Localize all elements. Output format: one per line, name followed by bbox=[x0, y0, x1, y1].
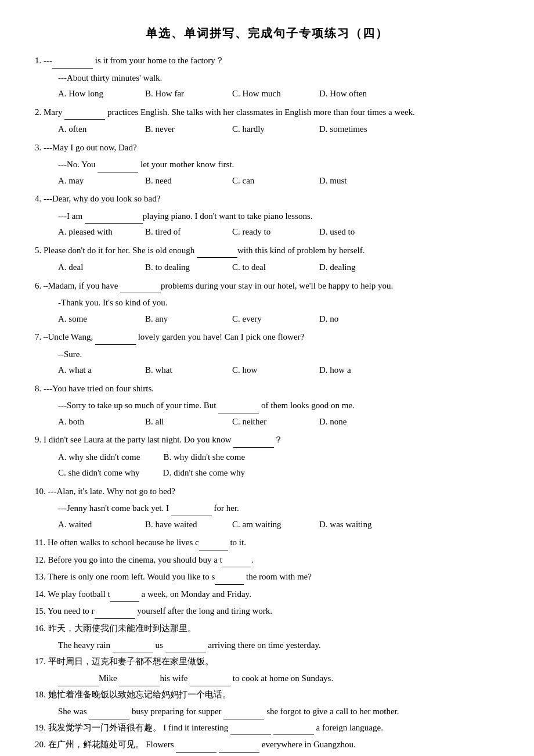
question-12: 12. Before you go into the cinema, you s… bbox=[35, 553, 499, 568]
blank-1 bbox=[52, 59, 93, 69]
question-6: 6. –Madam, if you have problems during y… bbox=[35, 279, 499, 294]
q1-optC: C. How much bbox=[232, 87, 302, 102]
q16-sub: The heavy rain us arriving there on time… bbox=[58, 638, 499, 653]
question-4: 4. ---Dear, why do you look so bad? bbox=[35, 192, 499, 207]
q9-optB: B. why didn't she come bbox=[163, 450, 245, 465]
question-7: 7. –Uncle Wang, lovely garden you have! … bbox=[35, 330, 499, 345]
blank-12 bbox=[222, 558, 251, 567]
blank-15 bbox=[95, 610, 135, 619]
q1-optA: A. How long bbox=[58, 87, 128, 102]
blank-4 bbox=[85, 214, 143, 224]
q8-optA: A. both bbox=[58, 415, 128, 430]
q6-options: A. some B. any C. every D. no bbox=[58, 312, 499, 327]
blank-20b bbox=[219, 743, 259, 753]
q6-sub: -Thank you. It's so kind of you. bbox=[58, 296, 499, 311]
blank-13 bbox=[215, 575, 244, 585]
q2-optC: C. hardly bbox=[232, 122, 302, 137]
q8-optB: B. all bbox=[145, 415, 215, 430]
blank-18a bbox=[89, 710, 129, 719]
q3-options: A. may B. need C. can D. must bbox=[58, 174, 499, 189]
q17-sub: Mike his wife to cook at home on Sundays… bbox=[58, 671, 499, 686]
question-13: 13. There is only one room left. Would y… bbox=[35, 570, 499, 585]
question-1: 1. --- is it from your home to the facto… bbox=[35, 53, 499, 69]
blank-6 bbox=[120, 284, 161, 293]
q9-optD: D. didn't she come why bbox=[163, 466, 245, 481]
blank-3 bbox=[98, 163, 138, 172]
question-11: 11. He often walks to school because he … bbox=[35, 535, 499, 550]
q10-optC: C. am waiting bbox=[232, 517, 302, 532]
q5-optB: B. to dealing bbox=[145, 260, 215, 275]
q7-optC: C. how bbox=[232, 363, 302, 378]
blank-19a bbox=[230, 726, 271, 735]
blank-8 bbox=[218, 404, 259, 413]
question-2: 2. Mary practices English. She talks wit… bbox=[35, 105, 499, 120]
blank-17b bbox=[119, 677, 160, 686]
blank-17c bbox=[190, 677, 230, 686]
q3-optC: C. can bbox=[232, 174, 302, 189]
q6-optD: D. no bbox=[319, 312, 389, 327]
q2-optD: D. sometimes bbox=[319, 122, 389, 137]
blank-9 bbox=[233, 438, 274, 448]
question-17: 17. 平时周日，迈克和妻子都不想在家里做饭。 bbox=[35, 654, 499, 669]
q9-optA: A. why she didn't come bbox=[58, 450, 140, 465]
blank-20a bbox=[176, 743, 217, 753]
q7-optD: D. how a bbox=[319, 363, 389, 378]
q4-optC: C. ready to bbox=[232, 225, 302, 240]
question-18: 18. 她忙着准备晚饭以致她忘记给妈妈打一个电话。 bbox=[35, 687, 499, 703]
q10-optB: B. have waited bbox=[145, 517, 215, 532]
blank-16a bbox=[113, 644, 153, 653]
q5-optD: D. dealing bbox=[319, 260, 389, 275]
q9-options-2: C. she didn't come why D. didn't she com… bbox=[58, 466, 499, 481]
q4-options: A. pleased with B. tired of C. ready to … bbox=[58, 225, 499, 240]
q10-optA: A. waited bbox=[58, 517, 128, 532]
q7-sub: --Sure. bbox=[58, 347, 499, 362]
q7-optB: B. what bbox=[145, 363, 215, 378]
q2-optA: A. often bbox=[58, 122, 128, 137]
q8-optC: C. neither bbox=[232, 415, 302, 430]
question-16: 16. 昨天，大雨使我们未能准时到达那里。 bbox=[35, 621, 499, 636]
blank-17a bbox=[58, 677, 99, 686]
q5-optC: C. to deal bbox=[232, 260, 302, 275]
q4-optD: D. used to bbox=[319, 225, 389, 240]
q3-optB: B. need bbox=[145, 174, 215, 189]
q8-sub: ---Sorry to take up so much of your time… bbox=[58, 398, 499, 413]
q6-optC: C. every bbox=[232, 312, 302, 327]
q6-optA: A. some bbox=[58, 312, 128, 327]
page-title: 单选、单词拼写、完成句子专项练习（四） bbox=[35, 23, 499, 43]
q18-sub: She was busy preparing for supper she fo… bbox=[58, 704, 499, 719]
blank-7 bbox=[95, 336, 136, 345]
blank-16b bbox=[165, 644, 206, 653]
q2-options: A. often B. never C. hardly D. sometimes bbox=[58, 122, 499, 137]
q3-optD: D. must bbox=[319, 174, 389, 189]
q9-optC: C. she didn't come why bbox=[58, 466, 140, 481]
q3-optA: A. may bbox=[58, 174, 128, 189]
blank-19b bbox=[273, 726, 314, 735]
blank-5 bbox=[197, 249, 237, 258]
blank-2 bbox=[64, 110, 105, 120]
blank-11 bbox=[199, 541, 228, 550]
question-3: 3. ---May I go out now, Dad? bbox=[35, 141, 499, 156]
question-9: 9. I didn't see Laura at the party last … bbox=[35, 433, 499, 448]
q1-options: A. How long B. How far C. How much D. Ho… bbox=[58, 87, 499, 102]
q4-optA: A. pleased with bbox=[58, 225, 128, 240]
q5-options: A. deal B. to dealing C. to deal D. deal… bbox=[58, 260, 499, 275]
blank-14 bbox=[110, 592, 139, 602]
question-8: 8. ---You have tried on four shirts. bbox=[35, 381, 499, 397]
question-14: 14. We play football t a week, on Monday… bbox=[35, 587, 499, 602]
q7-options: A. what a B. what C. how D. how a bbox=[58, 363, 499, 378]
question-10: 10. ---Alan, it's late. Why not go to be… bbox=[35, 484, 499, 499]
q6-optB: B. any bbox=[145, 312, 215, 327]
q5-optA: A. deal bbox=[58, 260, 128, 275]
q3-sub: ---No. You let your mother know first. bbox=[58, 157, 499, 172]
q1-optD: D. How often bbox=[319, 87, 389, 102]
blank-18b bbox=[223, 710, 264, 719]
q10-options: A. waited B. have waited C. am waiting D… bbox=[58, 517, 499, 532]
q10-sub: ---Jenny hasn't come back yet. I for her… bbox=[58, 501, 499, 516]
question-20: 20. 在广州，鲜花随处可见。 Flowers everywhere in Gu… bbox=[35, 737, 499, 753]
q4-optB: B. tired of bbox=[145, 225, 215, 240]
q8-optD: D. none bbox=[319, 415, 389, 430]
q9-options: A. why she didn't come B. why didn't she… bbox=[58, 450, 499, 465]
q1-sub: ---About thirty minutes' walk. bbox=[58, 71, 499, 86]
question-5: 5. Please don't do it for her. She is ol… bbox=[35, 243, 499, 258]
blank-10 bbox=[171, 507, 212, 516]
